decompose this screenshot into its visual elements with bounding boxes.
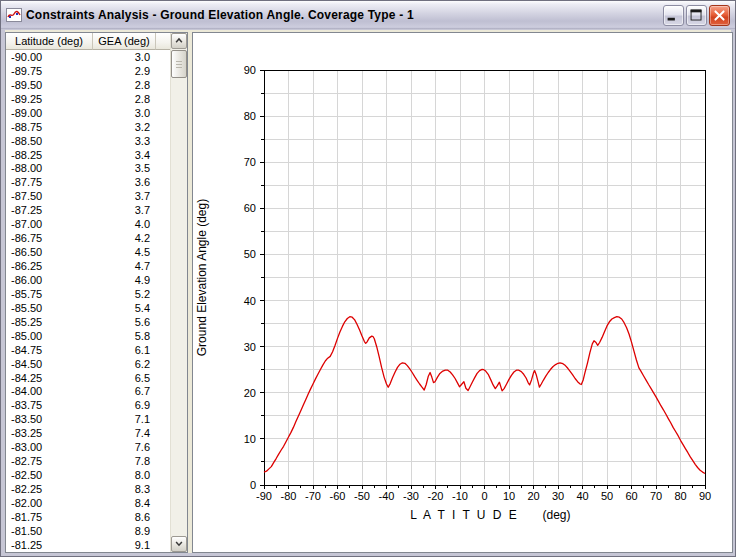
scroll-thumb[interactable] (171, 50, 187, 78)
table-row[interactable]: -87.004.0 (6, 217, 170, 231)
table-row[interactable]: -89.003.0 (6, 106, 170, 120)
x-tick-label: -90 (256, 490, 272, 502)
latitude-cell: -86.00 (6, 274, 93, 286)
gea-cell: 3.0 (93, 107, 156, 119)
scroll-down-button[interactable] (171, 536, 187, 552)
y-tick-label: 0 (250, 479, 256, 491)
latitude-cell: -86.25 (6, 260, 93, 272)
table-row[interactable]: -89.752.9 (6, 64, 170, 78)
table-row[interactable]: -90.003.0 (6, 50, 170, 64)
gea-cell: 6.9 (93, 399, 156, 411)
table-row[interactable]: -88.253.4 (6, 148, 170, 162)
table-row[interactable]: -88.503.3 (6, 134, 170, 148)
latitude-cell: -81.50 (6, 525, 93, 537)
latitude-cell: -85.75 (6, 288, 93, 300)
table-row[interactable]: -82.008.4 (6, 496, 170, 510)
gea-cell: 3.7 (93, 204, 156, 216)
table-row[interactable]: -88.753.2 (6, 120, 170, 134)
table-header: Latitude (deg) GEA (deg) (6, 33, 170, 50)
table-row[interactable]: -83.257.4 (6, 426, 170, 440)
table-row[interactable]: -83.007.6 (6, 440, 170, 454)
table-row[interactable]: -84.506.2 (6, 357, 170, 371)
y-tick-label: 90 (244, 64, 256, 76)
table-row[interactable]: -82.508.0 (6, 468, 170, 482)
table-row[interactable]: -82.757.8 (6, 454, 170, 468)
latitude-cell: -89.00 (6, 107, 93, 119)
table-row[interactable]: -85.755.2 (6, 287, 170, 301)
table-row[interactable]: -86.754.2 (6, 231, 170, 245)
table-row[interactable]: -87.253.7 (6, 203, 170, 217)
latitude-cell: -85.00 (6, 330, 93, 342)
latitude-cell: -81.75 (6, 511, 93, 523)
window-title: Constraints Analysis - Ground Elevation … (26, 8, 414, 22)
table-row[interactable]: -87.503.7 (6, 189, 170, 203)
table-row[interactable]: -83.507.1 (6, 412, 170, 426)
table-body[interactable]: -90.003.0-89.752.9-89.502.8-89.252.8-89.… (6, 50, 170, 552)
latitude-cell: -84.50 (6, 358, 93, 370)
table-row[interactable]: -85.005.8 (6, 329, 170, 343)
table-row[interactable]: -83.756.9 (6, 398, 170, 412)
table-row[interactable]: -81.508.9 (6, 524, 170, 538)
close-button[interactable] (709, 5, 730, 26)
table-scrollbar[interactable] (170, 33, 187, 552)
gea-cell: 6.5 (93, 372, 156, 384)
x-tick-label: 10 (503, 490, 515, 502)
latitude-cell: -90.00 (6, 51, 93, 63)
latitude-cell: -88.50 (6, 135, 93, 147)
x-tick-label: 0 (481, 490, 487, 502)
y-tick-label: 30 (244, 341, 256, 353)
gea-cell: 4.2 (93, 232, 156, 244)
scroll-track[interactable] (171, 78, 187, 536)
table-row[interactable]: -82.258.3 (6, 482, 170, 496)
x-tick-label: -80 (281, 490, 297, 502)
x-tick-label: -60 (330, 490, 346, 502)
gea-cell: 6.2 (93, 358, 156, 370)
table-row[interactable]: -84.756.1 (6, 343, 170, 357)
latitude-cell: -83.50 (6, 413, 93, 425)
table-row[interactable]: -85.505.4 (6, 301, 170, 315)
table-row[interactable]: -87.753.6 (6, 175, 170, 189)
x-tick-label: 90 (699, 490, 711, 502)
minimize-button[interactable] (663, 5, 684, 26)
gea-cell: 3.3 (93, 135, 156, 147)
table-row[interactable]: -85.255.6 (6, 315, 170, 329)
latitude-cell: -89.50 (6, 79, 93, 91)
latitude-cell: -89.25 (6, 93, 93, 105)
latitude-cell: -87.25 (6, 204, 93, 216)
table-row[interactable]: -86.254.7 (6, 259, 170, 273)
latitude-cell: -84.00 (6, 385, 93, 397)
gea-cell: 6.7 (93, 385, 156, 397)
column-header-filler (156, 33, 170, 50)
scroll-up-button[interactable] (171, 33, 187, 49)
gea-cell: 2.9 (93, 65, 156, 77)
latitude-cell: -84.75 (6, 344, 93, 356)
title-bar[interactable]: Constraints Analysis - Ground Elevation … (1, 1, 735, 29)
screen: Constraints Analysis - Ground Elevation … (0, 0, 736, 557)
scroll-down-icon (172, 537, 186, 550)
y-axis-title: Ground Elevation Angle (deg) (195, 199, 209, 356)
y-tick-label: 60 (244, 202, 256, 214)
gea-cell: 7.6 (93, 441, 156, 453)
column-header-gea[interactable]: GEA (deg) (93, 33, 156, 50)
table-row[interactable]: -86.004.9 (6, 273, 170, 287)
gea-cell: 8.3 (93, 483, 156, 495)
latitude-cell: -89.75 (6, 65, 93, 77)
table-row[interactable]: -84.006.7 (6, 385, 170, 399)
table-row[interactable]: -81.758.6 (6, 510, 170, 524)
gea-cell: 8.0 (93, 469, 156, 481)
x-tick-label: -20 (428, 490, 444, 502)
table-row[interactable]: -88.003.5 (6, 162, 170, 176)
x-axis-unit: (deg) (542, 508, 570, 522)
table-row[interactable]: -86.504.5 (6, 245, 170, 259)
table-row[interactable]: -89.252.8 (6, 92, 170, 106)
x-tick-label: 60 (625, 490, 637, 502)
x-axis-title: L A T I T U D E (410, 508, 519, 522)
latitude-cell: -87.50 (6, 190, 93, 202)
table-row[interactable]: -89.502.8 (6, 78, 170, 92)
x-tick-label: 80 (674, 490, 686, 502)
table-row[interactable]: -81.259.1 (6, 538, 170, 552)
table-row[interactable]: -84.256.5 (6, 371, 170, 385)
gea-table-panel: Latitude (deg) GEA (deg) -90.003.0-89.75… (5, 32, 188, 553)
column-header-latitude[interactable]: Latitude (deg) (6, 33, 93, 50)
maximize-button[interactable] (686, 5, 707, 26)
